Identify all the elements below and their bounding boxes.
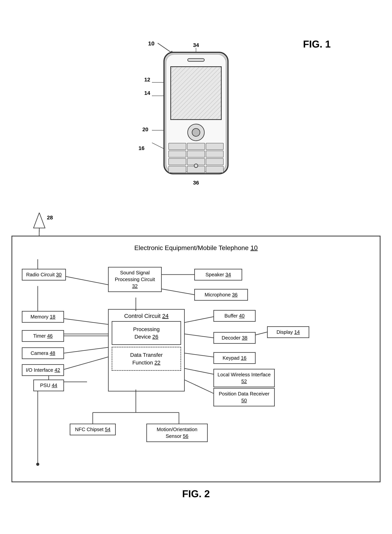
buffer-box: Buffer 40 (213, 310, 256, 322)
ref-20: 20 (142, 126, 148, 133)
display-box: Display 14 (267, 326, 309, 338)
ref-28: 28 (47, 215, 53, 221)
keypad-box: Keypad 16 (213, 352, 256, 364)
timer-box: Timer 46 (22, 330, 64, 342)
ref-34-fig1: 34 (193, 42, 199, 48)
svg-marker-12 (33, 213, 45, 228)
ref-14-fig1: 14 (144, 90, 150, 96)
diagram-outer-box: Electronic Equipment/Mobile Telephone 10 (11, 236, 381, 482)
phone-key (168, 158, 186, 165)
fig1-label: FIG. 1 (303, 38, 331, 50)
psu-box: PSU 44 (33, 379, 64, 391)
ref-10: 10 (148, 40, 154, 47)
antenna-area: 28 (11, 211, 381, 236)
fig1-area: FIG. 1 10 34 12 14 20 (0, 0, 392, 211)
svg-point-38 (36, 463, 39, 466)
microphone-box: Microphone 36 (194, 289, 248, 301)
speaker-box: Speaker 34 (194, 269, 242, 281)
svg-line-32 (185, 380, 213, 393)
diagram-title: Electronic Equipment/Mobile Telephone 10 (22, 244, 370, 252)
svg-line-27 (185, 317, 213, 323)
phone-keypad-area (168, 124, 224, 162)
phone-screen (170, 66, 222, 120)
camera-box: Camera 48 (22, 347, 64, 359)
sound-signal-box: Sound SignalProcessing Circuit32 (108, 267, 162, 292)
phone-key (206, 158, 224, 165)
nfc-chipset-box: NFC Chipset 54 (70, 424, 116, 435)
radio-circuit-box: Radio Circuit 30 (22, 269, 66, 281)
ref-36-fig1: 36 (193, 180, 199, 186)
motion-sensor-box: Motion/OrientationSensor 56 (146, 424, 208, 442)
phone-key (206, 166, 224, 173)
svg-line-23 (64, 347, 108, 353)
control-circuit-box: Control Circuit 24 ProcessingDevice 26 D… (108, 309, 185, 391)
memory-box: Memory 18 (22, 311, 64, 323)
phone-key (206, 151, 224, 158)
fig2-area: 28 Electronic Equipment/Mobile Telephone… (11, 211, 381, 505)
diagram-inner: Radio Circuit 30 Sound SignalProcessing … (22, 259, 370, 470)
ref-12: 12 (144, 77, 150, 83)
phone-speaker-slot (187, 58, 205, 62)
svg-line-15 (66, 276, 110, 285)
phone-key (187, 143, 205, 150)
phone-key (187, 151, 205, 158)
phone-nav-button (187, 124, 205, 141)
control-circuit-title: Control Circuit 24 (112, 313, 181, 319)
antenna-line-down (39, 230, 39, 236)
processing-device-box: ProcessingDevice 26 (112, 321, 181, 345)
svg-line-17 (162, 289, 194, 295)
svg-line-28 (185, 334, 213, 338)
decoder-box: Decoder 38 (213, 332, 256, 344)
phone-key (168, 151, 186, 158)
phone-body (163, 52, 229, 174)
antenna-symbol (33, 213, 46, 233)
phone-key-grid (168, 143, 224, 173)
phone-mic-hole (194, 164, 198, 168)
ref-16-fig1: 16 (139, 145, 145, 151)
io-interface-box: I/O Interface 42 (22, 364, 64, 376)
phone-key (206, 143, 224, 150)
svg-line-24 (64, 357, 108, 370)
data-transfer-box: Data TransferFunction 22 (112, 347, 181, 370)
svg-line-21 (64, 319, 108, 324)
svg-line-31 (185, 368, 213, 374)
phone-key (168, 143, 186, 150)
phone-key (168, 166, 186, 173)
phone-figure: 10 34 12 14 20 16 (163, 52, 229, 174)
fig2-caption: FIG. 2 (11, 488, 381, 505)
local-wireless-box: Local Wireless Interface 52 (213, 369, 275, 387)
position-data-box: Position Data Receiver 50 (213, 388, 275, 406)
svg-line-30 (185, 353, 213, 357)
